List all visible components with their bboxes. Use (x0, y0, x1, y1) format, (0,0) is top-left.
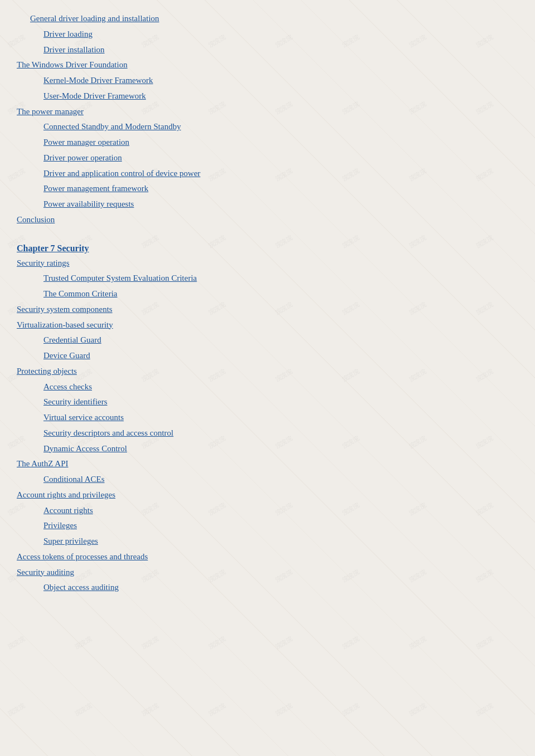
list-item: Driver and application control of device… (17, 166, 518, 182)
toc-link-driver-loading[interactable]: Driver loading (43, 30, 93, 38)
list-item: Protecting objects (17, 364, 518, 379)
list-item: Account rights (17, 503, 518, 519)
list-item: Device Guard (17, 348, 518, 364)
toc-link-common-criteria[interactable]: The Common Criteria (43, 289, 117, 298)
toc-link-trusted-computer[interactable]: Trusted Computer System Evaluation Crite… (43, 274, 197, 282)
toc-link-account-rights-sub[interactable]: Account rights (43, 506, 93, 515)
toc-section-1: General driver loading and installation … (17, 11, 518, 228)
toc-link-security-ratings[interactable]: Security ratings (17, 258, 70, 267)
toc-link-power-mgmt-framework[interactable]: Power management framework (43, 184, 148, 193)
toc-link-general-driver[interactable]: General driver loading and installation (30, 14, 159, 23)
list-item: Driver loading (17, 27, 518, 42)
toc-link-conclusion[interactable]: Conclusion (17, 215, 55, 224)
list-item: The Common Criteria (17, 286, 518, 302)
toc-link-dynamic-access-control[interactable]: Dynamic Access Control (43, 444, 127, 453)
list-item: Security auditing (17, 565, 518, 581)
toc-link-credential-guard[interactable]: Credential Guard (43, 335, 101, 344)
toc-link-privileges[interactable]: Privileges (43, 521, 77, 530)
list-item: Credential Guard (17, 333, 518, 348)
list-item: Power management framework (17, 181, 518, 197)
list-item: User-Mode Driver Framework (17, 89, 518, 104)
toc-link-protecting-objects[interactable]: Protecting objects (17, 367, 77, 375)
list-item: Conditional ACEs (17, 472, 518, 487)
toc-link-access-tokens[interactable]: Access tokens of processes and threads (17, 552, 148, 561)
list-item: Virtualization-based security (17, 318, 518, 333)
toc-link-virtual-service-accounts[interactable]: Virtual service accounts (43, 413, 124, 422)
list-item: Security system components (17, 302, 518, 318)
list-item: Connected Standby and Modern Standby (17, 119, 518, 135)
toc-link-kernel-mode[interactable]: Kernel-Mode Driver Framework (43, 76, 153, 85)
toc-link-object-access-auditing[interactable]: Object access auditing (43, 583, 119, 592)
list-item: Security descriptors and access control (17, 426, 518, 441)
list-item: Security ratings (17, 256, 518, 271)
list-item: General driver loading and installation (17, 11, 518, 27)
list-item: Power availability requests (17, 197, 518, 212)
list-item: Access tokens of processes and threads (17, 549, 518, 565)
toc-link-power-availability[interactable]: Power availability requests (43, 199, 134, 208)
list-item: Access checks (17, 379, 518, 395)
list-item: The power manager (17, 104, 518, 120)
list-item: Conclusion (17, 212, 518, 228)
list-item: Security identifiers (17, 394, 518, 410)
toc-link-windows-driver-foundation[interactable]: The Windows Driver Foundation (17, 60, 128, 69)
toc-link-conditional-aces[interactable]: Conditional ACEs (43, 475, 105, 484)
toc-link-security-auditing[interactable]: Security auditing (17, 568, 74, 577)
list-item: Object access auditing (17, 580, 518, 596)
toc-link-driver-installation[interactable]: Driver installation (43, 45, 105, 54)
toc-link-security-system-components[interactable]: Security system components (17, 305, 113, 314)
toc-link-power-manager[interactable]: The power manager (17, 107, 84, 116)
list-item: Privileges (17, 518, 518, 534)
toc-link-access-checks[interactable]: Access checks (43, 382, 92, 391)
toc-link-driver-power-op[interactable]: Driver power operation (43, 153, 122, 162)
list-item: The AuthZ API (17, 456, 518, 472)
list-item: The Windows Driver Foundation (17, 57, 518, 73)
toc-link-security-identifiers[interactable]: Security identifiers (43, 397, 108, 406)
toc-link-connected-standby[interactable]: Connected Standby and Modern Standby (43, 122, 181, 131)
toc-link-authz-api[interactable]: The AuthZ API (17, 459, 69, 468)
toc-link-super-privileges[interactable]: Super privileges (43, 536, 98, 545)
page-content: General driver loading and installation … (17, 11, 518, 596)
list-item: Trusted Computer System Evaluation Crite… (17, 271, 518, 286)
toc-link-user-mode[interactable]: User-Mode Driver Framework (43, 91, 146, 100)
list-item: Account rights and privileges (17, 487, 518, 503)
toc-link-virtualization-security[interactable]: Virtualization-based security (17, 320, 113, 329)
toc-chapter7: Security ratings Trusted Computer System… (17, 256, 518, 596)
toc-link-device-guard[interactable]: Device Guard (43, 351, 90, 360)
chapter-7-heading[interactable]: Chapter 7 Security (17, 238, 518, 256)
toc-link-security-descriptors[interactable]: Security descriptors and access control (43, 428, 173, 437)
toc-link-driver-app-control[interactable]: Driver and application control of device… (43, 169, 201, 178)
list-item: Virtual service accounts (17, 410, 518, 426)
toc-link-power-manager-op[interactable]: Power manager operation (43, 138, 129, 147)
list-item: Driver installation (17, 42, 518, 58)
list-item: Dynamic Access Control (17, 441, 518, 457)
toc-link-account-rights[interactable]: Account rights and privileges (17, 490, 115, 499)
list-item: Super privileges (17, 534, 518, 549)
list-item: Driver power operation (17, 150, 518, 166)
list-item: Power manager operation (17, 135, 518, 150)
list-item: Kernel-Mode Driver Framework (17, 73, 518, 89)
